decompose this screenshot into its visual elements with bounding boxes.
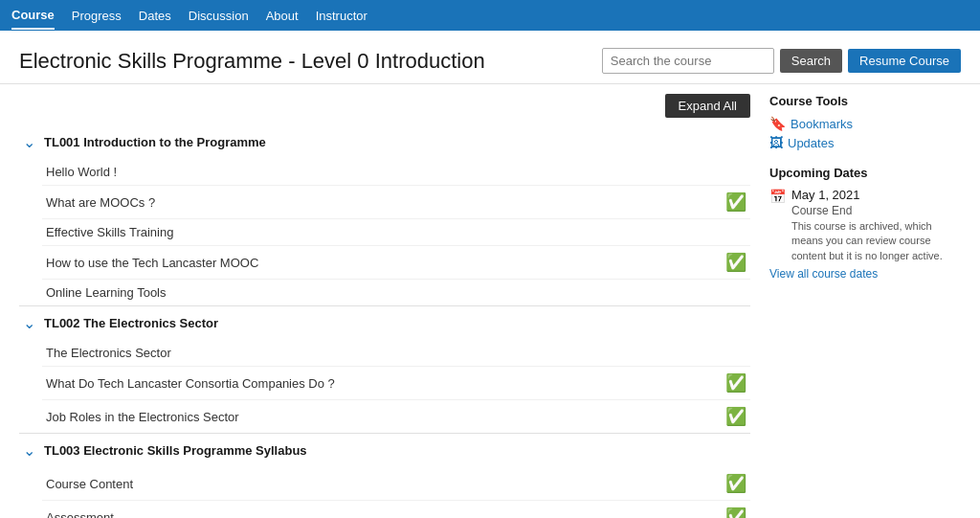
- section-tl001: ⌄ TL001 Introduction to the Programme He…: [19, 125, 750, 306]
- item-label: Effective Skills Training: [46, 225, 173, 239]
- item-label: Course Content: [46, 477, 133, 491]
- updates-icon: 🖼: [769, 135, 783, 150]
- bookmarks-link[interactable]: 🔖 Bookmarks: [769, 116, 961, 131]
- search-area: Search Resume Course: [602, 48, 961, 74]
- chevron-down-icon: ⌄: [23, 441, 38, 460]
- section-tl002-title: TL002 The Electronics Sector: [44, 316, 218, 330]
- chevron-down-icon: ⌄: [23, 314, 38, 332]
- completed-icon: ✅: [725, 252, 746, 273]
- resume-course-button[interactable]: Resume Course: [848, 49, 961, 73]
- completed-icon: ✅: [725, 406, 746, 427]
- item-label: What Do Tech Lancaster Consortia Compani…: [46, 376, 335, 391]
- list-item[interactable]: Job Roles in the Electronics Sector ✅: [42, 400, 750, 433]
- page-title: Electronic Skills Programme - Level 0 In…: [19, 49, 485, 74]
- list-item[interactable]: How to use the Tech Lancaster MOOC ✅: [42, 246, 750, 280]
- date-desc: This course is archived, which means you…: [791, 219, 961, 263]
- nav-instructor[interactable]: Instructor: [316, 3, 368, 29]
- section-tl002: ⌄ TL002 The Electronics Sector The Elect…: [19, 306, 750, 434]
- section-tl003-title: TL003 Electronic Skills Programme Syllab…: [44, 443, 307, 458]
- calendar-icon: 📅: [769, 189, 786, 204]
- section-tl002-items: The Electronics Sector What Do Tech Lanc…: [19, 340, 750, 433]
- search-button[interactable]: Search: [780, 49, 842, 73]
- date-value: May 1, 2021: [791, 188, 961, 202]
- item-label: Assessment: [46, 510, 114, 519]
- list-item[interactable]: Effective Skills Training: [42, 219, 750, 246]
- list-item[interactable]: Assessment ✅: [42, 501, 750, 518]
- main-content: Expand All ⌄ TL001 Introduction to the P…: [0, 84, 980, 518]
- nav-course[interactable]: Course: [11, 2, 55, 30]
- bookmarks-label: Bookmarks: [791, 117, 853, 131]
- section-tl001-title: TL001 Introduction to the Programme: [44, 135, 266, 149]
- item-label: Hello World !: [46, 165, 117, 179]
- nav-dates[interactable]: Dates: [139, 3, 171, 29]
- section-tl001-items: Hello World ! What are MOOCs ? ✅ Effecti…: [19, 159, 750, 305]
- list-item[interactable]: What Do Tech Lancaster Consortia Compani…: [42, 367, 750, 400]
- completed-icon: ✅: [725, 507, 746, 518]
- item-label: Online Learning Tools: [46, 285, 167, 300]
- upcoming-dates: Upcoming Dates 📅 May 1, 2021 Course End …: [769, 166, 961, 281]
- list-item[interactable]: Online Learning Tools: [42, 280, 750, 305]
- list-item[interactable]: Course Content ✅: [42, 467, 750, 501]
- item-label: The Electronics Sector: [46, 346, 171, 360]
- list-item[interactable]: Hello World !: [42, 159, 750, 186]
- chevron-down-icon: ⌄: [23, 133, 38, 151]
- date-label: Course End: [791, 204, 961, 217]
- item-label: How to use the Tech Lancaster MOOC: [46, 256, 258, 270]
- upcoming-dates-title: Upcoming Dates: [769, 166, 961, 180]
- completed-icon: ✅: [725, 372, 746, 394]
- course-outline: Expand All ⌄ TL001 Introduction to the P…: [19, 94, 750, 518]
- date-details: May 1, 2021 Course End This course is ar…: [791, 188, 961, 263]
- list-item[interactable]: What are MOOCs ? ✅: [42, 186, 750, 219]
- item-label: Job Roles in the Electronics Sector: [46, 410, 239, 424]
- list-item[interactable]: The Electronics Sector: [42, 340, 750, 367]
- top-nav: Course Progress Dates Discussion About I…: [0, 0, 980, 31]
- search-input[interactable]: [602, 48, 774, 74]
- section-tl002-header[interactable]: ⌄ TL002 The Electronics Sector: [19, 306, 750, 340]
- nav-about[interactable]: About: [266, 3, 299, 29]
- section-tl001-header[interactable]: ⌄ TL001 Introduction to the Programme: [19, 125, 750, 159]
- completed-icon: ✅: [725, 191, 746, 213]
- updates-link[interactable]: 🖼 Updates: [769, 135, 961, 150]
- bookmark-icon: 🔖: [769, 116, 786, 131]
- updates-label: Updates: [788, 136, 834, 150]
- completed-icon: ✅: [725, 473, 746, 494]
- expand-all-button[interactable]: Expand All: [665, 94, 750, 118]
- item-label: What are MOOCs ?: [46, 195, 155, 210]
- view-all-dates-link[interactable]: View all course dates: [769, 267, 961, 281]
- course-tools-title: Course Tools: [769, 94, 961, 108]
- section-tl003-header[interactable]: ⌄ TL003 Electronic Skills Programme Syll…: [19, 434, 750, 467]
- nav-progress[interactable]: Progress: [72, 3, 122, 29]
- date-row: 📅 May 1, 2021 Course End This course is …: [769, 188, 961, 263]
- section-tl003-items: Course Content ✅ Assessment ✅ Certificat…: [19, 467, 750, 518]
- section-tl003: ⌄ TL003 Electronic Skills Programme Syll…: [19, 434, 750, 518]
- expand-btn-row: Expand All: [19, 94, 750, 118]
- sidebar: Course Tools 🔖 Bookmarks 🖼 Updates Upcom…: [769, 94, 961, 518]
- nav-discussion[interactable]: Discussion: [189, 3, 249, 29]
- page-header: Electronic Skills Programme - Level 0 In…: [0, 31, 980, 84]
